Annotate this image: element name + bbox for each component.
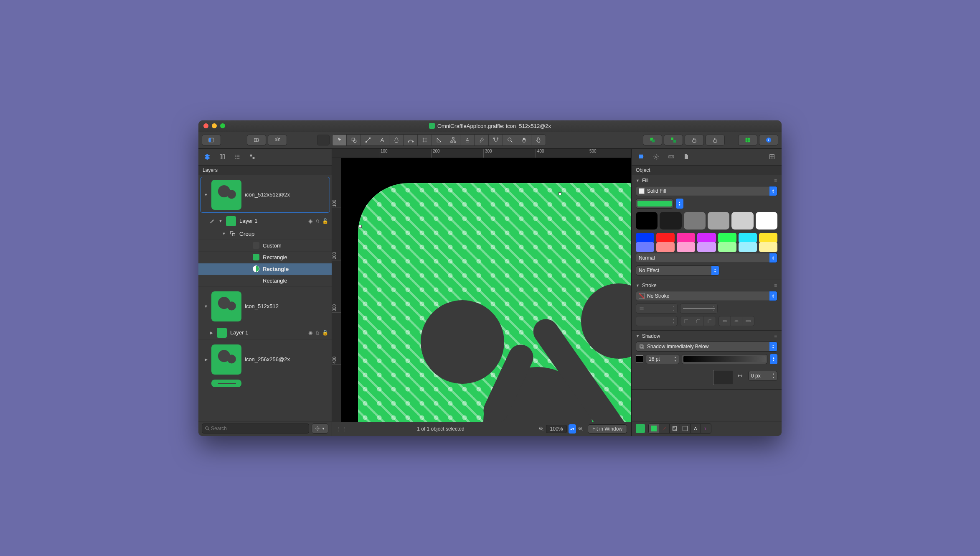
- magnet-tool[interactable]: [489, 135, 503, 145]
- zoom-tool[interactable]: [503, 135, 517, 145]
- sidebar-tab-layers[interactable]: [203, 152, 212, 161]
- cap-butt[interactable]: [719, 316, 731, 326]
- palette-swatch[interactable]: [636, 212, 658, 230]
- line-join-segmented[interactable]: [680, 316, 716, 326]
- layer-item-row-selected[interactable]: Rectangle: [198, 263, 332, 275]
- visibility-toggle-icon[interactable]: ◉: [308, 218, 312, 224]
- sidebar-tab-outline[interactable]: [233, 152, 242, 161]
- cap-round[interactable]: [731, 316, 742, 326]
- stamp-tool[interactable]: [460, 135, 475, 145]
- shadow-offset-preview[interactable]: [713, 370, 733, 385]
- palette-swatch[interactable]: [656, 242, 675, 252]
- zoom-window-button[interactable]: [220, 123, 225, 128]
- canvas-row[interactable]: ▶ icon_256x256@2x: [200, 342, 330, 377]
- selection-handle[interactable]: [359, 225, 362, 228]
- fill-type-dropdown[interactable]: Solid Fill ▴▾: [636, 186, 777, 196]
- lock-button[interactable]: [685, 135, 704, 145]
- palette-swatch[interactable]: [677, 233, 695, 243]
- layers-tree[interactable]: ▼ icon_512x512@2x ▼ Layer 1 ◉ ⎙ 🔓: [198, 175, 332, 421]
- line-tool[interactable]: [361, 135, 375, 145]
- disclosure-triangle-icon[interactable]: ▼: [636, 334, 640, 338]
- style-chip[interactable]: [636, 424, 645, 433]
- hand-tool[interactable]: [517, 135, 531, 145]
- pencil-icon[interactable]: [209, 218, 215, 224]
- style-brush-tool[interactable]: [475, 135, 489, 145]
- palette-swatch[interactable]: [660, 212, 681, 230]
- disclosure-triangle-icon[interactable]: ▼: [636, 179, 640, 183]
- palette-swatch[interactable]: [759, 242, 777, 252]
- disclosure-triangle-icon[interactable]: ▶: [204, 357, 208, 362]
- print-toggle-icon[interactable]: ⎙: [316, 330, 319, 336]
- unlock-button[interactable]: [706, 135, 725, 145]
- shadow-gradient-stepper[interactable]: ▴▾: [770, 354, 777, 364]
- vertical-ruler[interactable]: 100 200 300 400: [332, 158, 341, 422]
- style-stroke-chip[interactable]: [659, 423, 670, 434]
- canvas-row[interactable]: ▼ icon_512x512: [200, 288, 330, 324]
- palette-swatch[interactable]: [756, 212, 777, 230]
- palette-swatch[interactable]: [677, 242, 695, 252]
- sidebar-search-field[interactable]: [202, 423, 309, 434]
- group-button[interactable]: [643, 135, 662, 145]
- section-menu-icon[interactable]: ≡: [774, 178, 777, 184]
- layer-item-row[interactable]: Rectangle: [198, 252, 332, 263]
- sidebar-tab-guides[interactable]: [218, 152, 227, 161]
- selection-handle[interactable]: [559, 192, 561, 195]
- inspector-tab-canvas[interactable]: [667, 152, 676, 161]
- palette-swatch[interactable]: [718, 242, 736, 252]
- fill-effect-dropdown[interactable]: No Effect ▴▾: [636, 265, 719, 275]
- zoom-stepper[interactable]: ▴▾: [569, 424, 576, 434]
- text-tool[interactable]: [375, 135, 389, 145]
- pen-tool[interactable]: [389, 135, 404, 145]
- layer-item-row[interactable]: Rectangle: [198, 275, 332, 287]
- palette-swatch[interactable]: [656, 233, 675, 243]
- inspector-tab-document[interactable]: [682, 152, 691, 161]
- stencils-button[interactable]: [738, 135, 757, 145]
- zoom-in-icon[interactable]: [578, 426, 584, 432]
- shadow-blur-field[interactable]: 16 pt ▴▾: [646, 354, 679, 364]
- join-miter[interactable]: [680, 316, 692, 326]
- disclosure-triangle-icon[interactable]: ▼: [204, 193, 208, 197]
- shape-tool[interactable]: [347, 135, 361, 145]
- resize-grip-icon[interactable]: ⋮⋮: [336, 426, 343, 432]
- stroke-width-field[interactable]: ▴▾: [636, 304, 678, 314]
- new-canvas-button[interactable]: [247, 135, 266, 145]
- artwork-shape[interactable]: [358, 183, 631, 422]
- disclosure-triangle-icon[interactable]: ▼: [636, 283, 640, 288]
- tool-collapse-button[interactable]: [317, 135, 330, 145]
- style-font-chip[interactable]: A: [690, 423, 701, 434]
- diagram-tool[interactable]: [446, 135, 460, 145]
- palette-swatch[interactable]: [739, 242, 757, 252]
- inspector-toggle-button[interactable]: i: [759, 135, 778, 145]
- line-cap-segmented[interactable]: [718, 316, 754, 326]
- style-image-chip[interactable]: [669, 423, 680, 434]
- sidebar-tab-selection[interactable]: [248, 152, 257, 161]
- selection-tool[interactable]: [333, 135, 347, 145]
- minimize-window-button[interactable]: [212, 123, 217, 128]
- zoom-out-icon[interactable]: [538, 426, 544, 432]
- style-text-chip[interactable]: T: [701, 423, 711, 434]
- search-input[interactable]: [210, 425, 306, 432]
- print-toggle-icon[interactable]: ⎙: [316, 218, 319, 224]
- disclosure-triangle-icon[interactable]: ▼: [204, 304, 208, 309]
- join-round[interactable]: [692, 316, 704, 326]
- shadow-type-dropdown[interactable]: Shadow Immediately Below ▴▾: [636, 342, 777, 352]
- palette-swatch[interactable]: [697, 242, 716, 252]
- point-edit-tool[interactable]: [404, 135, 418, 145]
- disclosure-triangle-icon[interactable]: ▼: [218, 219, 223, 223]
- disclosure-triangle-icon[interactable]: ▼: [222, 232, 226, 236]
- stroke-type-dropdown[interactable]: No Stroke ▴▾: [636, 291, 777, 301]
- canvas-row[interactable]: ▼ icon_512x512@2x: [200, 177, 330, 213]
- palette-swatch[interactable]: [759, 233, 777, 243]
- toggle-sidebar-button[interactable]: [202, 135, 221, 145]
- palette-swatch[interactable]: [718, 233, 736, 243]
- canvas-viewport[interactable]: [341, 158, 631, 422]
- stroke-dash-field[interactable]: ▴▾: [680, 304, 718, 314]
- close-window-button[interactable]: [203, 123, 208, 128]
- ungroup-button[interactable]: [664, 135, 683, 145]
- new-layer-button[interactable]: [268, 135, 287, 145]
- lock-toggle-icon[interactable]: 🔓: [322, 218, 328, 224]
- palette-swatch[interactable]: [697, 233, 716, 243]
- visibility-toggle-icon[interactable]: ◉: [308, 330, 312, 336]
- ruler-origin[interactable]: [332, 149, 341, 158]
- layer-row[interactable]: ▶ Layer 1 ◉ ⎙ 🔓: [198, 326, 332, 340]
